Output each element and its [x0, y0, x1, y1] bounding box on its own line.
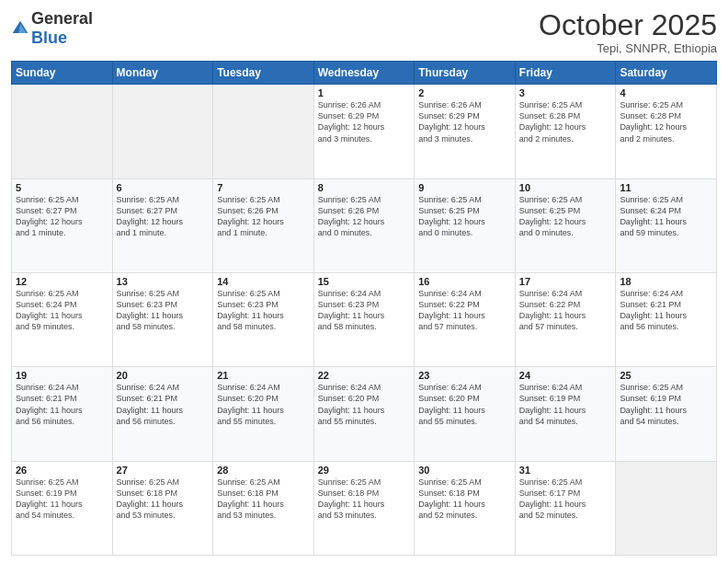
day-info: Sunrise: 6:25 AM Sunset: 6:25 PM Dayligh…	[418, 194, 511, 239]
day-info: Sunrise: 6:25 AM Sunset: 6:28 PM Dayligh…	[519, 99, 612, 144]
logo-blue: Blue	[31, 29, 67, 47]
day-info: Sunrise: 6:25 AM Sunset: 6:27 PM Dayligh…	[16, 194, 108, 239]
day-number: 17	[519, 276, 612, 287]
day-number: 7	[217, 182, 310, 193]
day-number: 25	[620, 370, 712, 381]
calendar-cell: 31Sunrise: 6:25 AM Sunset: 6:17 PM Dayli…	[515, 461, 616, 555]
calendar-cell: 29Sunrise: 6:25 AM Sunset: 6:18 PM Dayli…	[313, 461, 415, 555]
day-info: Sunrise: 6:25 AM Sunset: 6:26 PM Dayligh…	[318, 194, 411, 239]
day-info: Sunrise: 6:24 AM Sunset: 6:21 PM Dayligh…	[117, 382, 210, 427]
day-number: 31	[519, 465, 612, 476]
day-info: Sunrise: 6:24 AM Sunset: 6:21 PM Dayligh…	[620, 288, 712, 333]
calendar-cell	[12, 85, 113, 178]
day-info: Sunrise: 6:24 AM Sunset: 6:22 PM Dayligh…	[519, 288, 612, 333]
day-number: 10	[519, 182, 612, 193]
calendar-cell: 2Sunrise: 6:26 AM Sunset: 6:29 PM Daylig…	[415, 85, 516, 178]
day-number: 3	[519, 87, 612, 98]
calendar-cell: 16Sunrise: 6:24 AM Sunset: 6:22 PM Dayli…	[415, 272, 516, 366]
day-number: 16	[418, 276, 511, 287]
calendar-body: 1Sunrise: 6:26 AM Sunset: 6:29 PM Daylig…	[12, 85, 717, 556]
day-number: 29	[318, 465, 411, 476]
day-number: 30	[418, 465, 511, 476]
calendar-cell: 4Sunrise: 6:25 AM Sunset: 6:28 PM Daylig…	[616, 85, 717, 178]
week-row-2: 5Sunrise: 6:25 AM Sunset: 6:27 PM Daylig…	[12, 178, 717, 272]
calendar-cell: 5Sunrise: 6:25 AM Sunset: 6:27 PM Daylig…	[12, 178, 113, 272]
day-info: Sunrise: 6:24 AM Sunset: 6:19 PM Dayligh…	[519, 382, 612, 427]
day-info: Sunrise: 6:25 AM Sunset: 6:18 PM Dayligh…	[318, 477, 411, 522]
calendar-cell: 27Sunrise: 6:25 AM Sunset: 6:18 PM Dayli…	[112, 461, 213, 555]
day-number: 28	[217, 465, 310, 476]
header-monday: Monday	[112, 62, 213, 85]
day-number: 6	[117, 182, 210, 193]
calendar-cell: 13Sunrise: 6:25 AM Sunset: 6:23 PM Dayli…	[112, 272, 213, 366]
day-info: Sunrise: 6:25 AM Sunset: 6:28 PM Dayligh…	[620, 99, 712, 144]
calendar-table: Sunday Monday Tuesday Wednesday Thursday…	[11, 61, 717, 556]
day-info: Sunrise: 6:25 AM Sunset: 6:26 PM Dayligh…	[217, 194, 310, 239]
week-row-5: 26Sunrise: 6:25 AM Sunset: 6:19 PM Dayli…	[12, 461, 717, 555]
header-thursday: Thursday	[415, 62, 516, 85]
day-info: Sunrise: 6:25 AM Sunset: 6:23 PM Dayligh…	[117, 288, 210, 333]
calendar-cell: 9Sunrise: 6:25 AM Sunset: 6:25 PM Daylig…	[415, 178, 516, 272]
day-number: 18	[620, 276, 712, 287]
day-info: Sunrise: 6:24 AM Sunset: 6:23 PM Dayligh…	[318, 288, 411, 333]
days-header-row: Sunday Monday Tuesday Wednesday Thursday…	[12, 62, 717, 85]
page: General Blue October 2025 Tepi, SNNPR, E…	[0, 0, 728, 563]
day-info: Sunrise: 6:25 AM Sunset: 6:27 PM Dayligh…	[117, 194, 210, 239]
day-info: Sunrise: 6:25 AM Sunset: 6:18 PM Dayligh…	[217, 477, 310, 522]
day-number: 9	[418, 182, 511, 193]
day-number: 15	[318, 276, 411, 287]
calendar-cell: 6Sunrise: 6:25 AM Sunset: 6:27 PM Daylig…	[112, 178, 213, 272]
logo: General Blue	[11, 9, 93, 48]
calendar-cell: 26Sunrise: 6:25 AM Sunset: 6:19 PM Dayli…	[12, 461, 113, 555]
day-number: 26	[16, 465, 108, 476]
calendar-cell: 22Sunrise: 6:24 AM Sunset: 6:20 PM Dayli…	[313, 367, 415, 461]
day-number: 22	[318, 370, 411, 381]
day-info: Sunrise: 6:24 AM Sunset: 6:22 PM Dayligh…	[418, 288, 511, 333]
day-number: 23	[418, 370, 511, 381]
calendar-cell: 3Sunrise: 6:25 AM Sunset: 6:28 PM Daylig…	[515, 85, 616, 178]
logo-icon	[11, 19, 29, 38]
calendar-cell: 8Sunrise: 6:25 AM Sunset: 6:26 PM Daylig…	[313, 178, 415, 272]
calendar-cell: 11Sunrise: 6:25 AM Sunset: 6:24 PM Dayli…	[616, 178, 717, 272]
day-number: 1	[318, 87, 411, 98]
header-sunday: Sunday	[12, 62, 113, 85]
day-number: 11	[620, 182, 712, 193]
day-info: Sunrise: 6:25 AM Sunset: 6:18 PM Dayligh…	[117, 477, 210, 522]
calendar-cell: 24Sunrise: 6:24 AM Sunset: 6:19 PM Dayli…	[515, 367, 616, 461]
day-number: 27	[117, 465, 210, 476]
calendar-cell: 14Sunrise: 6:25 AM Sunset: 6:23 PM Dayli…	[213, 272, 314, 366]
day-number: 13	[117, 276, 210, 287]
day-info: Sunrise: 6:25 AM Sunset: 6:17 PM Dayligh…	[519, 477, 612, 522]
calendar-cell: 1Sunrise: 6:26 AM Sunset: 6:29 PM Daylig…	[313, 85, 415, 178]
week-row-4: 19Sunrise: 6:24 AM Sunset: 6:21 PM Dayli…	[12, 367, 717, 461]
header-tuesday: Tuesday	[213, 62, 314, 85]
logo-general: General	[31, 9, 93, 28]
day-number: 19	[16, 370, 108, 381]
day-number: 24	[519, 370, 612, 381]
day-number: 20	[117, 370, 210, 381]
title-area: October 2025 Tepi, SNNPR, Ethiopia	[539, 9, 717, 55]
day-number: 5	[16, 182, 108, 193]
calendar-cell: 19Sunrise: 6:24 AM Sunset: 6:21 PM Dayli…	[12, 367, 113, 461]
day-number: 4	[620, 87, 712, 98]
logo-text: General Blue	[31, 9, 93, 48]
day-info: Sunrise: 6:24 AM Sunset: 6:20 PM Dayligh…	[418, 382, 511, 427]
calendar-cell: 21Sunrise: 6:24 AM Sunset: 6:20 PM Dayli…	[213, 367, 314, 461]
day-info: Sunrise: 6:24 AM Sunset: 6:20 PM Dayligh…	[318, 382, 411, 427]
calendar-cell	[112, 85, 213, 178]
day-info: Sunrise: 6:26 AM Sunset: 6:29 PM Dayligh…	[418, 99, 511, 144]
day-info: Sunrise: 6:25 AM Sunset: 6:19 PM Dayligh…	[620, 382, 712, 427]
calendar-cell	[616, 461, 717, 555]
day-number: 21	[217, 370, 310, 381]
calendar-cell: 10Sunrise: 6:25 AM Sunset: 6:25 PM Dayli…	[515, 178, 616, 272]
header-wednesday: Wednesday	[313, 62, 415, 85]
day-number: 14	[217, 276, 310, 287]
day-number: 2	[418, 87, 511, 98]
day-number: 8	[318, 182, 411, 193]
week-row-3: 12Sunrise: 6:25 AM Sunset: 6:24 PM Dayli…	[12, 272, 717, 366]
day-info: Sunrise: 6:25 AM Sunset: 6:24 PM Dayligh…	[620, 194, 712, 239]
calendar-cell: 30Sunrise: 6:25 AM Sunset: 6:18 PM Dayli…	[415, 461, 516, 555]
location: Tepi, SNNPR, Ethiopia	[539, 41, 717, 55]
header-saturday: Saturday	[616, 62, 717, 85]
header: General Blue October 2025 Tepi, SNNPR, E…	[11, 9, 717, 55]
